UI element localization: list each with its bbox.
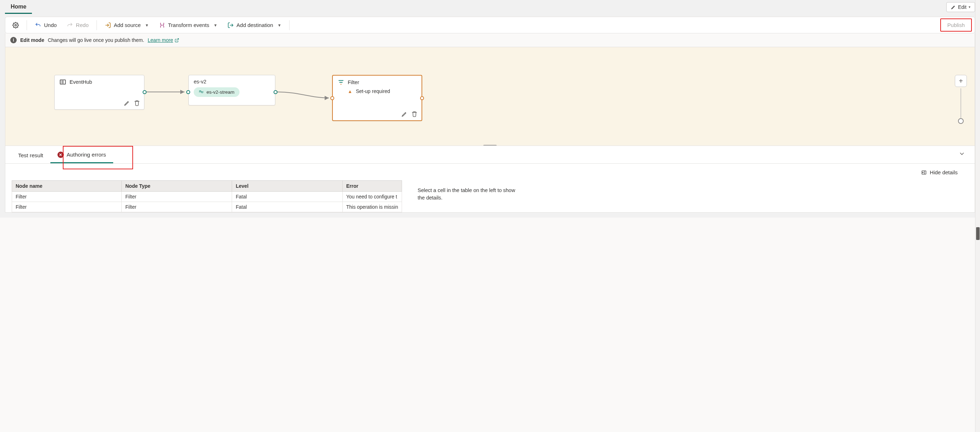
input-port[interactable]: [330, 96, 334, 100]
transform-events-button[interactable]: Transform events ▼: [154, 19, 223, 31]
transform-icon: [159, 22, 165, 29]
hide-details-button[interactable]: Hide details: [5, 164, 975, 180]
column-header-node-type[interactable]: Node Type: [122, 181, 232, 192]
edges: [5, 47, 975, 145]
publish-button: Publish: [940, 18, 972, 32]
delete-node-button[interactable]: [134, 99, 140, 107]
tab-test-result[interactable]: Test result: [11, 147, 50, 163]
output-port[interactable]: [274, 90, 277, 94]
learn-more-link[interactable]: Learn more: [148, 37, 179, 43]
undo-button[interactable]: Undo: [30, 19, 62, 31]
errors-table: Node name Node Type Level Error Filter F…: [12, 180, 402, 212]
caret-down-icon: ▾: [969, 5, 970, 9]
source-in-icon: [105, 22, 111, 29]
svg-rect-5: [62, 82, 64, 82]
collapse-details-icon: [921, 170, 927, 175]
svg-rect-7: [62, 83, 64, 83]
svg-rect-4: [61, 82, 62, 82]
canvas[interactable]: EventHub es-v2: [5, 47, 975, 146]
details-placeholder: Select a cell in the table on the left t…: [411, 180, 532, 202]
table-row[interactable]: Filter Filter Fatal You need to configur…: [12, 192, 402, 202]
node-esv2[interactable]: es-v2 es-v2-stream: [188, 75, 275, 105]
svg-rect-2: [61, 81, 62, 81]
input-port[interactable]: [186, 90, 190, 94]
gear-icon: [13, 22, 19, 29]
eventhub-icon: [60, 79, 66, 85]
stream-icon: [199, 90, 204, 95]
node-title: Filter: [348, 80, 359, 85]
tab-home[interactable]: Home: [5, 0, 32, 14]
page-scrollbar[interactable]: [975, 0, 980, 218]
column-header-level[interactable]: Level: [232, 181, 342, 192]
undo-icon: [35, 22, 41, 29]
add-node-button[interactable]: +: [955, 75, 967, 87]
toolbar: Undo Redo Add source ▼ Transform events …: [5, 17, 975, 33]
edit-node-button[interactable]: [124, 99, 130, 107]
banner-message: Changes will go live once you publish th…: [48, 37, 145, 43]
edit-node-button[interactable]: [401, 110, 408, 118]
edit-menu-button[interactable]: Edit ▾: [946, 2, 975, 12]
redo-icon: [67, 22, 73, 29]
add-destination-button[interactable]: Add destination ▼: [223, 19, 286, 31]
table-row[interactable]: Filter Filter Fatal This operation is mi…: [12, 202, 402, 212]
error-badge-icon: ✕: [57, 151, 64, 158]
edit-mode-banner: i Edit mode Changes will go live once yo…: [5, 33, 975, 47]
stream-chip[interactable]: es-v2-stream: [194, 87, 240, 97]
redo-button: Redo: [62, 19, 94, 31]
info-icon: i: [10, 37, 17, 43]
warning-icon: ▲: [348, 89, 352, 94]
external-link-icon: [175, 38, 179, 43]
node-title: EventHub: [70, 79, 92, 85]
collapse-panel-button[interactable]: [958, 150, 969, 159]
chevron-down-icon: ▼: [145, 23, 149, 27]
add-source-button[interactable]: Add source ▼: [100, 19, 154, 31]
svg-point-0: [15, 24, 17, 26]
node-filter[interactable]: Filter ▲ Set-up required: [332, 75, 422, 121]
bottom-panel: Test result ✕ Authoring errors Hide deta…: [5, 146, 975, 213]
column-header-node-name[interactable]: Node name: [12, 181, 122, 192]
node-title: es-v2: [194, 79, 206, 84]
output-port[interactable]: [143, 90, 146, 94]
node-eventhub[interactable]: EventHub: [54, 75, 145, 110]
output-port[interactable]: [420, 96, 424, 100]
svg-rect-6: [61, 83, 62, 83]
chevron-down-icon: ▼: [277, 23, 282, 27]
zoom-slider-thumb[interactable]: [958, 118, 964, 124]
banner-title: Edit mode: [20, 37, 45, 43]
column-header-error[interactable]: Error: [342, 181, 402, 192]
settings-button[interactable]: [8, 19, 24, 31]
filter-icon: [338, 79, 344, 86]
pencil-icon: [951, 5, 956, 10]
warning-text: Set-up required: [356, 88, 390, 94]
svg-rect-3: [62, 81, 64, 81]
chevron-down-icon: ▼: [213, 23, 218, 27]
destination-out-icon: [228, 22, 234, 29]
tab-authoring-errors[interactable]: ✕ Authoring errors: [50, 146, 113, 163]
delete-node-button[interactable]: [411, 110, 418, 118]
